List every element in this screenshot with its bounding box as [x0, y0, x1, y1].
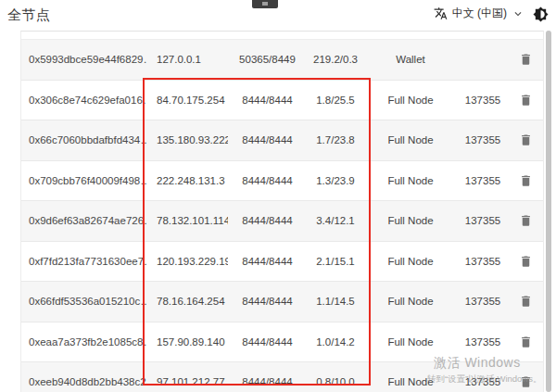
peak-height-cell: 137355: [457, 296, 509, 307]
delete-node-button[interactable]: [516, 49, 536, 70]
delete-cell: [509, 130, 543, 150]
truncated-overlay-element: [252, 0, 278, 8]
node-type-cell: Full Node: [364, 296, 457, 307]
up-down-rate-cell: 1.0/14.2: [307, 336, 364, 348]
node-id-cell: 0x66fdf53536a015210c…: [21, 296, 146, 307]
table-row: 0x66c7060bbdafbfd434… 135.180.93.222 844…: [21, 120, 543, 161]
trash-icon: [519, 213, 533, 228]
ports-cell: 8444/8444: [228, 336, 307, 348]
theme-toggle-button[interactable]: [531, 5, 550, 23]
node-type-cell: Full Node: [364, 175, 457, 186]
node-id-cell: 0xeeb940d8db2bb438c2…: [21, 376, 146, 387]
delete-cell: [509, 251, 543, 272]
ip-address-cell: 127.0.0.1: [146, 54, 228, 65]
full-node-page: 全节点 中文 (中国) 0x5993dbce59e44f6829… 127.0.…: [0, 0, 556, 392]
node-id-cell: 0x5993dbce59e44f6829…: [21, 54, 146, 65]
node-type-cell: Wallet: [364, 54, 457, 65]
node-type-cell: Full Node: [364, 215, 457, 226]
peer-connections-table: 0x5993dbce59e44f6829… 127.0.0.1 50365/84…: [20, 31, 544, 392]
delete-cell: [509, 90, 543, 110]
delete-node-button[interactable]: [516, 291, 536, 311]
up-down-rate-cell: 3.4/12.1: [307, 215, 364, 226]
trash-icon: [519, 335, 533, 349]
windows-activation-watermark-line2: 转到“设置”以激活 Windows。: [427, 373, 542, 386]
ip-address-cell: 78.132.101.114: [146, 215, 228, 226]
node-id-cell: 0x709cbb76f40009f498…: [21, 175, 146, 186]
delete-cell: [509, 171, 543, 191]
ports-cell: 8444/8444: [228, 134, 307, 145]
trash-icon: [519, 173, 533, 188]
ports-cell: 8444/8444: [228, 175, 307, 186]
node-type-cell: Full Node: [364, 95, 457, 106]
peak-height-cell: 137355: [457, 256, 509, 267]
ports-cell: 8444/8444: [228, 95, 307, 106]
ip-address-cell: 222.248.131.3: [146, 175, 228, 186]
ip-address-cell: 120.193.229.197: [146, 256, 228, 267]
node-id-cell: 0x306c8e74c629efa016…: [21, 95, 146, 106]
delete-node-button[interactable]: [516, 130, 536, 150]
ip-address-cell: 84.70.175.254: [146, 95, 228, 106]
brightness-medium-icon: [533, 6, 549, 22]
clipped-previous-row: [21, 32, 543, 40]
delete-cell: [509, 291, 543, 311]
delete-cell: [509, 210, 543, 231]
up-down-rate-cell: 0.8/10.0: [307, 376, 364, 387]
up-down-rate-cell: 1.8/25.5: [307, 95, 364, 106]
ports-cell: 8444/8444: [228, 256, 307, 267]
node-id-cell: 0xeaa7a373fb2e1085c8…: [21, 336, 146, 348]
delete-node-button[interactable]: [516, 332, 536, 352]
language-selector-label: 中文 (中国): [452, 6, 507, 21]
ip-address-cell: 157.90.89.140: [146, 336, 228, 348]
peak-height-cell: 137355: [457, 95, 509, 106]
peak-height-cell: 137355: [457, 336, 509, 348]
table-row: 0xf7fd213fa7731630ee7… 120.193.229.197 8…: [21, 242, 543, 283]
ports-cell: 8444/8444: [228, 296, 307, 307]
chevron-down-icon: [512, 7, 524, 20]
table-row: 0x5993dbce59e44f6829… 127.0.0.1 50365/84…: [21, 40, 543, 81]
peak-height-cell: 137355: [457, 134, 509, 145]
trash-icon: [519, 254, 533, 269]
node-type-cell: Full Node: [364, 256, 457, 267]
translate-icon: [434, 6, 448, 20]
up-down-rate-cell: 1.1/14.5: [307, 296, 364, 307]
up-down-rate-cell: 1.7/23.8: [307, 134, 364, 145]
delete-node-button[interactable]: [516, 171, 536, 191]
delete-cell: [509, 332, 543, 352]
ip-address-cell: 78.16.164.254: [146, 296, 228, 307]
ports-cell: 8444/8444: [228, 215, 307, 226]
ports-cell: 50365/8449: [228, 54, 307, 65]
peak-height-cell: 137355: [457, 175, 509, 186]
vertical-scrollbar[interactable]: [546, 31, 551, 392]
up-down-rate-cell: 1.3/23.9: [307, 175, 364, 186]
table-row: 0x709cbb76f40009f498… 222.248.131.3 8444…: [21, 161, 543, 202]
delete-node-button[interactable]: [516, 90, 536, 110]
node-type-cell: Full Node: [364, 336, 457, 348]
table-row: 0x66fdf53536a015210c… 78.16.164.254 8444…: [21, 282, 543, 322]
up-down-rate-cell: 219.2/0.3: [307, 54, 364, 65]
up-down-rate-cell: 2.1/15.1: [307, 256, 364, 267]
peers-table-body: 0x5993dbce59e44f6829… 127.0.0.1 50365/84…: [21, 40, 543, 392]
language-selector[interactable]: 中文 (中国): [434, 6, 524, 21]
trash-icon: [519, 294, 533, 309]
table-row: 0x306c8e74c629efa016… 84.70.175.254 8444…: [21, 81, 543, 121]
node-id-cell: 0x9d6ef63a82674ae726…: [21, 215, 146, 226]
peak-height-cell: 137355: [457, 215, 509, 226]
node-type-cell: Full Node: [364, 134, 457, 145]
table-row: 0x9d6ef63a82674ae726… 78.132.101.114 844…: [21, 201, 543, 242]
ip-address-cell: 97.101.212.77: [146, 376, 228, 387]
node-id-cell: 0xf7fd213fa7731630ee7…: [21, 256, 146, 267]
trash-icon: [519, 133, 533, 147]
ports-cell: 8444/8444: [228, 376, 307, 387]
trash-icon: [519, 52, 533, 67]
node-id-cell: 0x66c7060bbdafbfd434…: [21, 134, 146, 145]
page-title: 全节点: [7, 6, 51, 24]
ip-address-cell: 135.180.93.222: [146, 134, 228, 145]
delete-cell: [509, 49, 543, 70]
trash-icon: [519, 93, 533, 107]
delete-node-button[interactable]: [516, 251, 536, 272]
windows-activation-watermark-line1: 激活 Windows: [434, 355, 521, 372]
app-header: 全节点 中文 (中国): [0, 0, 556, 30]
delete-node-button[interactable]: [516, 210, 536, 231]
